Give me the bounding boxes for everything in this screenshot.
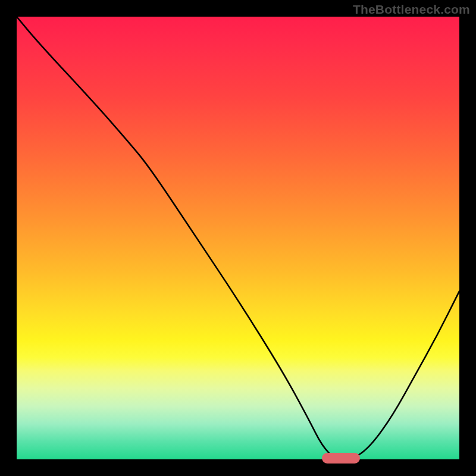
optimal-range-marker [322,453,359,464]
chart-frame: TheBottleneck.com [0,0,476,476]
curve-path [17,17,459,459]
watermark-text: TheBottleneck.com [353,2,470,17]
bottleneck-curve [17,17,459,459]
plot-area [17,17,459,459]
